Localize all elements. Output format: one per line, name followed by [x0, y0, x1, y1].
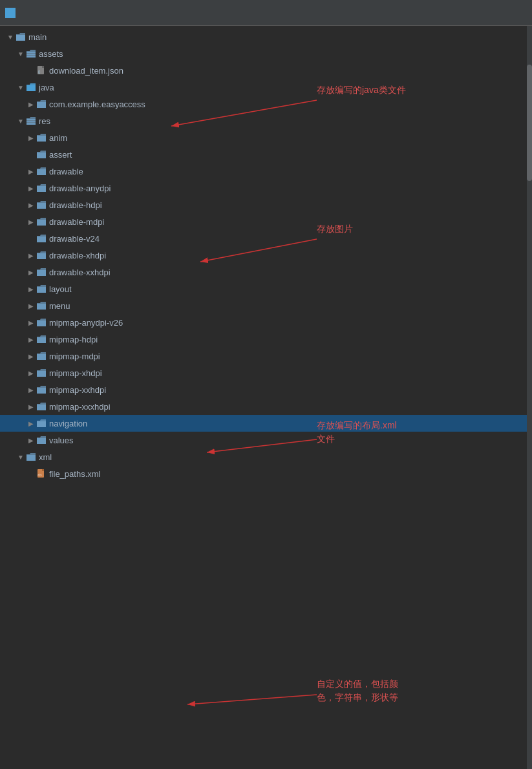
arrow-collapsed-icon[interactable]: [26, 384, 36, 395]
arrow-collapsed-icon[interactable]: [26, 334, 36, 344]
tree-item-mipmap-xxxhdpi[interactable]: mipmap-xxxhdpi: [0, 398, 527, 415]
item-label: navigation: [49, 419, 87, 428]
collapse-button[interactable]: [501, 12, 506, 14]
folder-icon: [36, 251, 47, 260]
add-button[interactable]: [491, 12, 496, 14]
content-area: main assets {} download_item.json java c…: [0, 26, 532, 769]
arrow-expanded-icon[interactable]: [16, 452, 26, 462]
arrow-collapsed-icon[interactable]: [26, 250, 36, 260]
svg-rect-5: [27, 120, 36, 121]
tree-item-anim[interactable]: anim: [0, 129, 527, 146]
folder-icon: [36, 335, 47, 344]
tree-item-values[interactable]: values: [0, 432, 527, 448]
folder-icon: [36, 318, 47, 327]
item-label: assert: [49, 150, 72, 160]
item-label: mipmap-xxhdpi: [49, 385, 106, 395]
tree-item-drawable-v24[interactable]: drawable-v24: [0, 230, 527, 247]
arrow-collapsed-icon[interactable]: [26, 216, 36, 227]
tree-item-mipmap-mdpi[interactable]: mipmap-mdpi: [0, 348, 527, 364]
svg-rect-3: [42, 66, 44, 68]
folder-icon: [36, 217, 47, 226]
scrollbar[interactable]: [527, 26, 532, 769]
tree-item-main[interactable]: main: [0, 28, 527, 45]
arrow-collapsed-icon[interactable]: [26, 267, 36, 277]
toolbar-actions: [491, 12, 527, 14]
arrow-collapsed-icon[interactable]: [26, 284, 36, 294]
item-label: xml: [39, 452, 52, 462]
tree-item-drawable[interactable]: drawable: [0, 163, 527, 180]
folder-icon: [26, 116, 36, 125]
arrow-collapsed-icon[interactable]: [26, 351, 36, 361]
item-label: drawable-xxhdpi: [49, 268, 111, 277]
folder-icon: [26, 49, 36, 58]
arrow-collapsed-icon[interactable]: [26, 317, 36, 328]
item-label: mipmap-xhdpi: [49, 368, 102, 378]
tree-item-download_item[interactable]: {} download_item.json: [0, 62, 527, 79]
folder-icon: [36, 301, 47, 310]
item-label: values: [49, 436, 74, 445]
tree-item-drawable-anydpi[interactable]: drawable-anydpi: [0, 180, 527, 196]
arrow-expanded-icon[interactable]: [16, 82, 26, 92]
tree-item-drawable-mdpi[interactable]: drawable-mdpi: [0, 213, 527, 230]
settings-button[interactable]: [511, 12, 516, 14]
tree-item-drawable-xhdpi[interactable]: drawable-xhdpi: [0, 247, 527, 264]
tree-item-xml[interactable]: xml: [0, 448, 527, 465]
arrow-collapsed-icon[interactable]: [26, 99, 36, 109]
arrow-collapsed-icon[interactable]: [26, 401, 36, 412]
item-label: drawable-mdpi: [49, 217, 104, 227]
tree-item-mipmap-xxhdpi[interactable]: mipmap-xxhdpi: [0, 381, 527, 398]
item-label: res: [39, 116, 50, 126]
arrow-collapsed-icon[interactable]: [26, 435, 36, 445]
svg-rect-1: [27, 55, 36, 56]
svg-text:{}: {}: [38, 70, 41, 74]
arrow-collapsed-icon[interactable]: [26, 200, 36, 210]
tree-item-res[interactable]: res: [0, 112, 527, 129]
scrollbar-thumb[interactable]: [527, 65, 532, 181]
tree-item-file_paths[interactable]: </> file_paths.xml: [0, 465, 527, 482]
arrow-expanded-icon[interactable]: [16, 116, 26, 126]
folder-icon: [36, 402, 47, 411]
tree-item-drawable-xxhdpi[interactable]: drawable-xxhdpi: [0, 264, 527, 280]
svg-rect-6: [27, 122, 36, 123]
arrow-collapsed-icon[interactable]: [26, 183, 36, 193]
arrow-expanded-icon[interactable]: [5, 32, 16, 42]
tree-item-mipmap-anydpi-v26[interactable]: mipmap-anydpi-v26: [0, 314, 527, 331]
folder-icon: [26, 83, 36, 92]
item-label: mipmap-xxxhdpi: [49, 402, 111, 412]
folder-icon: [16, 32, 26, 41]
arrow-collapsed-icon[interactable]: [26, 368, 36, 378]
folder-icon: [36, 385, 47, 394]
tree-item-assets[interactable]: assets: [0, 45, 527, 62]
item-label: drawable-v24: [49, 234, 100, 244]
folder-icon: [36, 234, 47, 243]
arrow-expanded-icon[interactable]: [16, 48, 26, 59]
tree-item-java[interactable]: java: [0, 79, 527, 96]
arrow-collapsed-icon[interactable]: [26, 418, 36, 428]
arrow-collapsed-icon[interactable]: [26, 166, 36, 176]
arrow-collapsed-icon[interactable]: [26, 132, 36, 143]
tree-item-mipmap-hdpi[interactable]: mipmap-hdpi: [0, 331, 527, 348]
tree-item-layout[interactable]: layout: [0, 280, 527, 297]
svg-text:</>: </>: [37, 474, 42, 477]
folder-icon: [36, 352, 47, 361]
tree-item-drawable-hdpi[interactable]: drawable-hdpi: [0, 196, 527, 213]
item-label: drawable: [49, 167, 83, 176]
tree-item-assert[interactable]: assert: [0, 146, 527, 163]
folder-icon: [36, 284, 47, 293]
item-label: assets: [39, 49, 63, 59]
svg-rect-0: [27, 53, 36, 54]
item-label: mipmap-hdpi: [49, 335, 98, 344]
tree-item-menu[interactable]: menu: [0, 297, 527, 314]
folder-icon: [36, 368, 47, 377]
minimize-button[interactable]: [522, 12, 527, 14]
folder-icon: [36, 268, 47, 277]
item-label: download_item.json: [49, 66, 123, 76]
folder-icon: [36, 436, 47, 445]
file-icon: {}: [36, 65, 47, 76]
folder-icon: [36, 200, 47, 209]
tree-item-mipmap-xhdpi[interactable]: mipmap-xhdpi: [0, 364, 527, 381]
arrow-collapsed-icon[interactable]: [26, 300, 36, 311]
tree-item-com_example[interactable]: com.example.easyaccess: [0, 96, 527, 112]
tree-item-navigation[interactable]: navigation: [0, 415, 527, 432]
item-label: drawable-xhdpi: [49, 251, 106, 260]
